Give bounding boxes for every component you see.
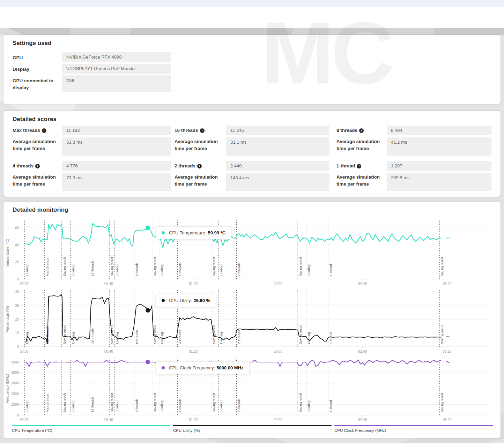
detailed-scores-card: Detailed scores Max threadsi 11 182 Aver… [3, 111, 501, 197]
phase-marker-label: Saving result [440, 393, 444, 412]
phase-marker-label: Loading [115, 264, 119, 276]
y-tick-label: 4000 [11, 371, 19, 375]
x-tick-label: 03:20 [443, 350, 451, 353]
threads4-avg: 73.3 ms [62, 173, 171, 191]
phase-marker-label: 8 threads [135, 330, 139, 344]
x-tick-label: 00:40 [104, 350, 113, 353]
cpu-utility-chart-host: 010203040Percentage (%)00:0000:4001:2002… [3, 287, 501, 355]
info-icon[interactable]: i [197, 164, 202, 168]
legend-bar-frequency [334, 425, 493, 426]
threads2-label: 2 threadsi [175, 163, 202, 168]
phase-marker-label: Saving result [212, 393, 216, 412]
max-threads-label: Max threadsi [13, 128, 46, 133]
x-tick-label: 03:20 [443, 418, 451, 422]
y-tick-label: 3000 [11, 381, 19, 385]
threads16-avg: 31.1 ms [226, 137, 329, 156]
threads2-score: 2 440 [226, 161, 329, 171]
legend-bar-utility [173, 425, 332, 426]
y-axis-title: Percentage (%) [5, 306, 9, 332]
phase-marker-label: Saving result [298, 393, 302, 412]
x-tick-label: 02:00 [274, 282, 282, 286]
tooltip-dot-icon [162, 231, 165, 234]
phase-marker-label: Loading [160, 400, 164, 412]
background-band [0, 28, 504, 35]
y-tick-label: 0 [17, 277, 19, 281]
tooltip-dot-icon [162, 366, 165, 369]
x-tick-label: 02:40 [358, 418, 367, 422]
settings-card: Settings used GPU NVIDIA GeForce RTX 409… [3, 35, 501, 104]
cpu-clock-frequency-tooltip: CPU Clock Frequency: 5000.00 MHz [156, 361, 250, 374]
cpu-clock-frequency-series-tail [446, 361, 449, 363]
x-tick-label: 01:20 [189, 418, 198, 422]
phase-marker-label: Loading [160, 264, 164, 276]
phase-marker-label: Saving result [62, 393, 66, 412]
page-header-band [0, 7, 504, 28]
info-icon[interactable]: i [357, 164, 361, 168]
info-icon[interactable]: i [200, 128, 205, 133]
phase-marker-label: Loading [71, 264, 75, 276]
cpu-clock-frequency-hover-dot[interactable] [146, 360, 150, 365]
threads4-score: 4 776 [62, 161, 171, 171]
threads16-label: 16 threadsi [175, 128, 205, 133]
detailed-scores-title: Detailed scores [13, 116, 57, 123]
x-tick-label: 03:20 [443, 282, 451, 286]
phase-marker-label: Saving result [110, 325, 114, 344]
phase-marker-label: 8 threads [135, 398, 139, 412]
cpu-utility-hover-dot[interactable] [146, 308, 150, 313]
cpu-temperature-series-line [26, 224, 440, 248]
y-tick-label: 10 [15, 331, 19, 335]
detailed-monitoring-card: Detailed monitoring 0204060Temperature (… [3, 202, 501, 438]
phase-marker-label: 1 thread [329, 264, 333, 276]
phase-marker-label: Loading [25, 264, 29, 276]
phase-marker-label: 4 threads [178, 330, 182, 344]
benchmark-results-page: MC Settings used GPU NVIDIA GeForce RTX … [0, 0, 504, 443]
y-tick-label: 5000 [11, 360, 19, 364]
info-icon[interactable]: i [35, 164, 40, 168]
phase-marker-label: Saving result [298, 257, 302, 276]
chart-legend: CPU Temperature (°C) CPU Utility (%) CPU… [12, 425, 493, 433]
phase-marker-label: 2 threads [237, 398, 241, 412]
cpu-utility-tooltip: CPU Utility: 26.60 % [156, 294, 216, 307]
y-tick-label: 2000 [11, 392, 19, 396]
phase-marker-label: Loading [71, 400, 75, 412]
avg-sim-time-label: Average simulation time per frame [175, 174, 224, 187]
x-tick-label: 02:40 [358, 350, 367, 353]
thread1-label: 1-threadi [336, 163, 361, 168]
threads2-avg: 143.4 ms [226, 173, 329, 191]
legend-item-utility[interactable]: CPU Utility (%) [173, 425, 332, 433]
y-tick-label: 60 [15, 226, 19, 230]
x-tick-label: 01:20 [189, 282, 198, 286]
phase-marker-label: 8 threads [135, 262, 139, 276]
x-tick-label: 00:00 [20, 418, 28, 422]
phase-marker-label: 1 thread [329, 400, 333, 412]
info-icon[interactable]: i [42, 128, 46, 133]
cpu-temperature-tooltip: CPU Temperature: 59.99 °C [156, 226, 231, 239]
phase-marker-label: 1 thread [329, 332, 333, 344]
cpu-temperature-chart: 0204060Temperature (°C)00:0000:4001:2002… [3, 216, 501, 290]
phase-marker-label: Max threads [45, 258, 49, 276]
x-tick-label: 02:00 [274, 418, 282, 422]
threads4-label: 4 threadsi [13, 163, 40, 168]
cpu-temperature-hover-dot[interactable] [146, 226, 150, 230]
y-axis-title: Frequency (MHz) [5, 374, 9, 404]
max-threads-score: 11 182 [62, 126, 171, 135]
x-tick-label: 00:40 [104, 282, 113, 286]
info-icon[interactable]: i [359, 128, 364, 133]
phase-marker-label: Saving result [298, 325, 302, 344]
phase-marker-label: 2 threads [237, 262, 241, 276]
tooltip-dot-icon [162, 299, 165, 302]
phase-marker-label: Saving result [62, 257, 66, 276]
phase-marker-label: 4 threads [178, 398, 182, 412]
y-axis-title: Temperature (°C) [5, 239, 9, 268]
phase-marker-label: Loading [307, 264, 311, 276]
phase-marker-label: Max threads [45, 394, 49, 412]
threads8-score: 8 494 [387, 126, 491, 135]
x-tick-label: 00:00 [20, 350, 28, 353]
legend-item-frequency[interactable]: CPU Clock Frequency (MHz) [334, 425, 493, 433]
x-tick-label: 02:00 [274, 350, 282, 353]
legend-item-temperature[interactable]: CPU Temperature (°C) [12, 425, 170, 433]
phase-marker-label: Loading [307, 400, 311, 412]
thread1-avg: 289.8 ms [387, 173, 491, 191]
y-tick-label: 0 [17, 345, 19, 349]
y-tick-label: 40 [15, 243, 19, 247]
